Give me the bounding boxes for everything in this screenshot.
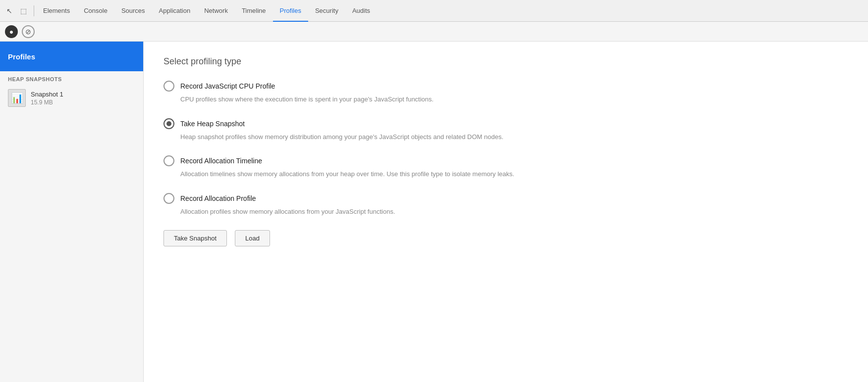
tab-application[interactable]: Application [152,0,198,22]
option-desc-cpu-profile: CPU profiles show where the execution ti… [180,95,848,104]
tab-timeline[interactable]: Timeline [235,0,273,22]
load-button[interactable]: Load [235,230,270,246]
cursor-icon[interactable]: ↖ [4,5,15,16]
option-label-cpu-profile: Record JavaScript CPU Profile [180,82,275,90]
take-snapshot-button[interactable]: Take Snapshot [163,230,227,246]
record-button[interactable]: ● [5,25,18,38]
option-desc-allocation-timeline: Allocation timelines show memory allocat… [180,169,848,179]
toolbar-icons: ↖ ⬚ [4,5,34,16]
tab-profiles[interactable]: Profiles [273,0,308,22]
snapshot-name: Snapshot 1 [31,91,63,98]
tab-sources[interactable]: Sources [114,0,152,22]
tab-elements[interactable]: Elements [36,0,77,22]
option-allocation-timeline: Record Allocation Timeline Allocation ti… [163,155,848,179]
stop-button[interactable]: ⊘ [22,25,35,38]
tab-console[interactable]: Console [77,0,114,22]
option-heap-snapshot: Take Heap Snapshot Heap snapshot profile… [163,118,848,142]
radio-inner-heap-snapshot [166,121,171,126]
snapshot-info: Snapshot 1 15.9 MB [31,91,63,106]
main-layout: Profiles HEAP SNAPSHOTS 📊 Snapshot 1 15.… [0,42,868,382]
snapshot-size: 15.9 MB [31,99,63,106]
radio-allocation-timeline[interactable] [163,155,174,166]
option-label-allocation-profile: Record Allocation Profile [180,194,256,202]
radio-heap-snapshot[interactable] [163,118,174,129]
radio-allocation-profile[interactable] [163,193,174,204]
button-row: Take Snapshot Load [163,230,848,246]
toolbar: ↖ ⬚ Elements Console Sources Application… [0,0,868,22]
sidebar-section-label: HEAP SNAPSHOTS [0,71,143,85]
sidebar: Profiles HEAP SNAPSHOTS 📊 Snapshot 1 15.… [0,42,144,382]
main-content: Select profiling type Record JavaScript … [144,42,868,382]
radio-cpu-profile[interactable] [163,81,174,92]
option-label-allocation-timeline: Record Allocation Timeline [180,157,262,165]
action-bar: ● ⊘ [0,22,868,42]
sidebar-profiles-label: Profiles [8,52,35,61]
section-title: Select profiling type [163,56,848,67]
inspect-icon[interactable]: ⬚ [18,5,29,16]
option-desc-heap-snapshot: Heap snapshot profiles show memory distr… [180,132,848,142]
option-label-heap-snapshot: Take Heap Snapshot [180,120,245,128]
nav-tabs: Elements Console Sources Application Net… [36,0,377,21]
snapshot-icon: 📊 [8,89,26,107]
option-cpu-profile: Record JavaScript CPU Profile CPU profil… [163,81,848,104]
tab-security[interactable]: Security [308,0,345,22]
tab-network[interactable]: Network [197,0,235,22]
tab-audits[interactable]: Audits [345,0,377,22]
option-allocation-profile: Record Allocation Profile Allocation pro… [163,193,848,217]
sidebar-profiles-header: Profiles [0,42,143,71]
snapshot-item[interactable]: 📊 Snapshot 1 15.9 MB [0,85,143,111]
option-desc-allocation-profile: Allocation profiles show memory allocati… [180,207,848,217]
